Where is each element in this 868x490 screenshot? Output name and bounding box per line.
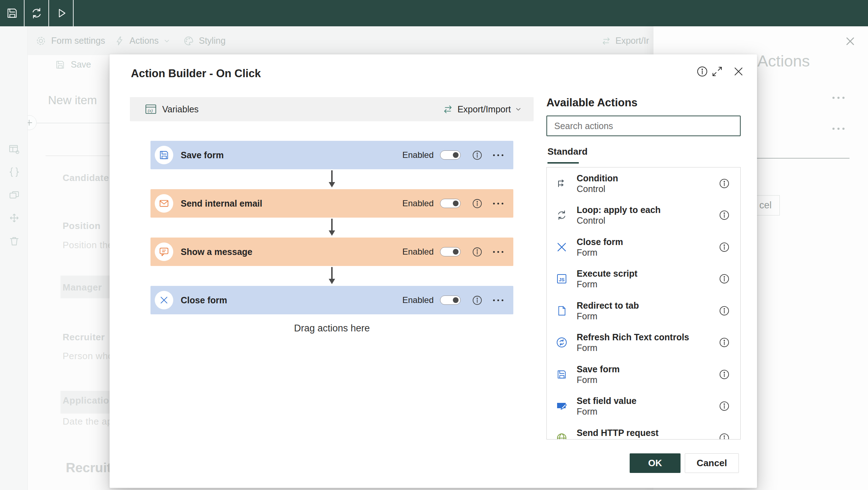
form-designer-tabs: Form settings Actions Styling <box>28 26 653 55</box>
form-settings-sidebar-icon <box>9 144 20 155</box>
refresh-toolbar-button[interactable] <box>25 0 49 26</box>
enabled-toggle[interactable] <box>440 295 461 305</box>
close-icon[interactable] <box>733 66 744 77</box>
trash-sidebar-icon <box>9 235 20 247</box>
palette-icon <box>183 36 194 46</box>
refresh-circle-icon <box>556 337 567 348</box>
add-field-button <box>28 115 37 130</box>
list-item-close-form[interactable]: Close formForm <box>547 231 740 263</box>
action-builder-dialog: Action Builder - On Click (x) Variables … <box>110 54 757 488</box>
variables-icon: (x) <box>145 104 157 114</box>
chevron-down-icon <box>515 106 522 112</box>
gear-icon <box>36 36 46 46</box>
ellipsis-icon <box>832 128 845 130</box>
list-item-refresh-rich-text[interactable]: Refresh Rich Text controlsForm <box>547 327 740 359</box>
export-import-menu[interactable]: Export/Import <box>443 104 534 114</box>
info-icon[interactable] <box>472 247 482 257</box>
flow-arrow <box>150 218 513 238</box>
list-item-condition[interactable]: ConditionControl <box>547 167 740 199</box>
info-icon[interactable] <box>472 198 482 209</box>
enabled-toggle[interactable] <box>440 199 461 208</box>
save-icon <box>6 7 18 19</box>
info-icon[interactable] <box>719 369 730 380</box>
cancel-button[interactable]: Cancel <box>685 453 739 473</box>
svg-text:(x): (x) <box>148 108 153 113</box>
tab-form-settings: Form settings <box>36 26 105 55</box>
message-icon <box>159 246 169 257</box>
info-icon[interactable] <box>719 401 730 411</box>
info-icon[interactable] <box>719 273 730 284</box>
globe-icon <box>556 432 567 440</box>
info-icon[interactable] <box>719 305 730 316</box>
condition-icon <box>556 178 567 189</box>
info-icon[interactable] <box>719 242 730 252</box>
more-actions-icon[interactable] <box>493 203 503 204</box>
action-badge <box>155 243 173 261</box>
enabled-toggle[interactable] <box>440 150 461 160</box>
action-card-close-form[interactable]: Close form Enabled <box>150 286 513 314</box>
swap-arrows-icon <box>601 36 611 46</box>
info-icon[interactable] <box>472 295 482 305</box>
list-item-execute-script[interactable]: JS Execute scriptForm <box>547 263 740 295</box>
js-icon: JS <box>556 273 567 284</box>
tab-underline <box>547 162 579 164</box>
available-actions-list: ConditionControl Loop: apply to eachCont… <box>546 167 741 440</box>
list-item-loop[interactable]: Loop: apply to eachControl <box>547 199 740 231</box>
play-icon <box>55 7 67 19</box>
lightning-icon <box>115 36 125 46</box>
action-card-show-a-message[interactable]: Show a message Enabled <box>150 238 513 266</box>
ellipsis-icon <box>832 97 845 99</box>
plus-icon <box>28 119 33 127</box>
list-item-redirect-to-tab[interactable]: Redirect to tabForm <box>547 295 740 327</box>
info-icon[interactable] <box>472 150 482 160</box>
braces-sidebar-icon <box>9 166 20 178</box>
save-toolbar-button[interactable] <box>0 0 25 26</box>
action-badge <box>155 194 173 213</box>
variables-label: Variables <box>162 104 199 114</box>
tab-standard[interactable]: Standard <box>547 146 588 157</box>
expand-icon[interactable] <box>711 66 723 77</box>
action-badge <box>155 146 173 164</box>
top-toolbar <box>0 0 868 26</box>
enabled-label: Enabled <box>402 247 434 257</box>
enabled-label: Enabled <box>402 295 434 305</box>
move-sidebar-icon <box>9 212 20 224</box>
more-actions-icon[interactable] <box>493 154 503 156</box>
info-icon[interactable] <box>719 433 730 440</box>
variables-bar[interactable]: (x) Variables Export/Import <box>130 97 534 121</box>
save-icon <box>159 150 169 160</box>
page-icon <box>556 305 567 316</box>
info-icon[interactable] <box>719 337 730 348</box>
close-icon <box>556 241 568 253</box>
enabled-label: Enabled <box>402 198 434 208</box>
run-toolbar-button[interactable] <box>49 0 74 26</box>
list-item-set-field-value[interactable]: Set field valueForm <box>547 390 740 422</box>
list-item-save-form[interactable]: Save formForm <box>547 358 740 390</box>
info-icon[interactable] <box>719 178 730 189</box>
left-sidebar <box>0 26 28 490</box>
flow-arrow <box>150 169 513 189</box>
search-actions-input[interactable] <box>546 116 741 136</box>
more-actions-icon[interactable] <box>493 251 503 253</box>
copy-sidebar-icon <box>9 190 20 201</box>
more-actions-icon[interactable] <box>493 299 503 301</box>
action-badge <box>155 291 173 309</box>
list-item-send-http-request[interactable]: Send HTTP request <box>547 422 740 440</box>
info-icon[interactable] <box>697 66 708 77</box>
tab-styling: Styling <box>183 26 226 55</box>
canvas-divider <box>46 155 110 156</box>
action-card-save-form[interactable]: Save form Enabled <box>150 141 513 169</box>
refresh-icon <box>30 7 43 20</box>
panel-title: Actions <box>757 52 810 70</box>
enabled-label: Enabled <box>402 150 434 160</box>
available-actions-heading: Available Actions <box>546 96 637 109</box>
info-icon[interactable] <box>719 210 730 220</box>
action-card-send-internal-email[interactable]: Send internal email Enabled <box>150 189 513 218</box>
field-label: Position <box>63 220 101 231</box>
chevron-down-icon <box>164 38 170 44</box>
insert-line <box>37 123 110 123</box>
enabled-toggle[interactable] <box>440 247 461 256</box>
ok-button[interactable]: OK <box>630 453 681 473</box>
close-icon <box>159 295 169 305</box>
dialog-title: Action Builder - On Click <box>131 67 261 80</box>
